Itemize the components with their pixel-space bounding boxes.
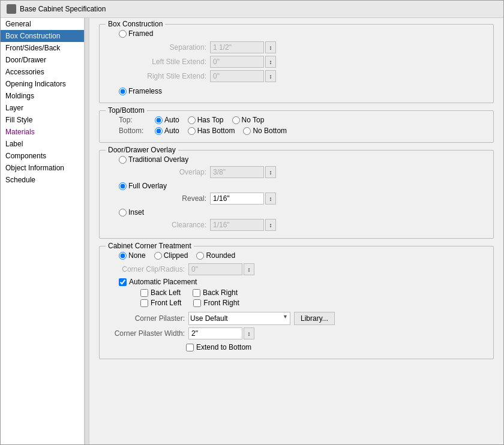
sidebar-item-accessories[interactable]: Accessories — [1, 66, 84, 78]
library-button[interactable]: Library... — [294, 312, 335, 325]
corner-pilaster-select[interactable]: Use Default None Custom — [188, 312, 290, 325]
sidebar-item-materials[interactable]: Materials — [1, 126, 84, 138]
corner-rounded-option[interactable]: Rounded — [196, 251, 235, 260]
corner-none-radio[interactable] — [119, 252, 127, 260]
full-overlay-option[interactable]: Full Overlay — [119, 182, 167, 190]
corner-clipped-label: Clipped — [164, 251, 188, 260]
left-stile-spinner[interactable]: ↕ — [265, 56, 276, 68]
back-left-checkbox[interactable] — [140, 289, 148, 297]
corner-clip-input-group: ↕ — [188, 263, 254, 275]
content-area: Box Construction Framed Separation: ↕ — [89, 18, 503, 444]
bottom-has-bottom-radio[interactable] — [188, 127, 196, 135]
right-stile-spinner[interactable]: ↕ — [265, 70, 276, 82]
overlap-input[interactable] — [210, 166, 264, 178]
left-stile-input[interactable] — [210, 56, 264, 68]
left-stile-label: Left Stile Extend: — [128, 58, 206, 66]
corner-pilaster-width-input[interactable] — [188, 327, 242, 339]
sidebar-item-layer[interactable]: Layer — [1, 102, 84, 114]
corner-none-option[interactable]: None — [119, 251, 146, 260]
top-auto-radio[interactable] — [155, 116, 163, 124]
top-no-top-option[interactable]: No Top — [232, 116, 265, 124]
bottom-no-bottom-radio[interactable] — [243, 127, 251, 135]
corner-clipped-option[interactable]: Clipped — [154, 251, 188, 260]
automatic-placement-checkbox[interactable] — [119, 278, 127, 286]
bottom-auto-radio[interactable] — [155, 127, 163, 135]
separation-input[interactable] — [210, 41, 264, 53]
clearance-spinner[interactable]: ↕ — [265, 219, 276, 231]
reveal-input[interactable] — [210, 193, 264, 205]
corner-pilaster-width-spinner[interactable]: ↕ — [244, 327, 254, 339]
front-right-checkbox[interactable] — [193, 299, 201, 307]
frameless-label: Frameless — [128, 87, 162, 95]
bottom-has-bottom-option[interactable]: Has Bottom — [188, 127, 235, 135]
resize-handle[interactable] — [85, 18, 89, 444]
bottom-auto-option[interactable]: Auto — [155, 127, 179, 135]
inset-label: Inset — [128, 208, 144, 217]
sidebar-item-label[interactable]: Label — [1, 138, 84, 150]
corner-clipped-radio[interactable] — [154, 252, 162, 260]
sidebar-item-opening-indicators[interactable]: Opening Indicators — [1, 78, 84, 90]
sidebar-item-components[interactable]: Components — [1, 150, 84, 162]
sidebar-item-moldings[interactable]: Moldings — [1, 90, 84, 102]
corner-type-row: None Clipped Rounded — [107, 251, 486, 260]
separation-spinner[interactable]: ↕ — [265, 41, 276, 53]
back-right-option[interactable]: Back Right — [193, 288, 238, 297]
sidebar-item-general[interactable]: General — [1, 18, 84, 30]
automatic-placement-label: Automatic Placement — [129, 278, 197, 286]
front-left-checkbox[interactable] — [140, 299, 148, 307]
traditional-overlay-option[interactable]: Traditional Overlay — [119, 155, 188, 164]
top-has-top-radio[interactable] — [188, 116, 196, 124]
corner-clip-input[interactable] — [188, 263, 242, 275]
title-bar: Base Cabinet Specification — [1, 1, 503, 18]
extend-to-bottom-checkbox[interactable] — [186, 344, 194, 351]
full-overlay-radio[interactable] — [119, 182, 127, 190]
right-stile-input[interactable] — [210, 70, 264, 82]
left-stile-input-group: ↕ — [210, 56, 276, 68]
top-no-top-radio[interactable] — [232, 116, 240, 124]
back-left-option[interactable]: Back Left — [140, 288, 181, 297]
sidebar-item-fill-style[interactable]: Fill Style — [1, 114, 84, 126]
corner-rounded-radio[interactable] — [196, 252, 204, 260]
top-has-top-option[interactable]: Has Top — [188, 116, 224, 124]
clearance-input[interactable] — [210, 219, 264, 231]
clearance-label: Clearance: — [128, 221, 206, 229]
corner-type-radio-group: None Clipped Rounded — [119, 251, 235, 260]
extend-to-bottom-row: Extend to Bottom — [186, 343, 486, 351]
bottom-no-bottom-option[interactable]: No Bottom — [243, 127, 287, 135]
corner-pilaster-width-label: Corner Pilaster Width: — [107, 329, 185, 338]
front-right-option[interactable]: Front Right — [193, 299, 239, 307]
frameless-option[interactable]: Frameless — [119, 87, 162, 95]
bottom-label: Bottom: — [119, 127, 155, 135]
reveal-spinner[interactable]: ↕ — [265, 193, 276, 205]
front-left-option[interactable]: Front Left — [140, 299, 181, 307]
back-left-label: Back Left — [151, 288, 181, 297]
framed-radio[interactable] — [119, 30, 127, 38]
corner-clip-spinner[interactable]: ↕ — [244, 263, 254, 275]
inset-radio[interactable] — [119, 209, 127, 217]
frameless-radio[interactable] — [119, 88, 127, 95]
extend-to-bottom-label: Extend to Bottom — [196, 343, 251, 351]
sidebar-item-schedule[interactable]: Schedule — [1, 174, 84, 186]
top-auto-label: Auto — [164, 116, 179, 124]
top-radio-group: Auto Has Top No Top — [155, 116, 264, 124]
top-bottom-label: Top/Bottom — [106, 106, 147, 115]
corner-pilaster-width-input-group: ↕ — [188, 327, 254, 339]
extend-to-bottom-option[interactable]: Extend to Bottom — [186, 343, 251, 351]
automatic-placement-option[interactable]: Automatic Placement — [119, 278, 197, 286]
framed-option[interactable]: Framed — [119, 29, 153, 38]
sidebar-item-front-sides-back[interactable]: Front/Sides/Back — [1, 42, 84, 54]
door-drawer-overlay-group: Door/Drawer Overlay Traditional Overlay … — [99, 150, 494, 239]
box-construction-label: Box Construction — [106, 20, 165, 28]
back-right-checkbox[interactable] — [193, 289, 200, 297]
clearance-row: Clearance: ↕ — [128, 219, 486, 231]
traditional-overlay-radio[interactable] — [119, 156, 127, 164]
sidebar-item-object-information[interactable]: Object Information — [1, 162, 84, 174]
door-drawer-overlay-label: Door/Drawer Overlay — [106, 146, 178, 154]
inset-option[interactable]: Inset — [119, 208, 144, 217]
overlap-spinner[interactable]: ↕ — [265, 166, 276, 178]
sidebar-item-door-drawer[interactable]: Door/Drawer — [1, 54, 84, 66]
frameless-row: Frameless — [107, 87, 486, 95]
sidebar-item-box-construction[interactable]: Box Construction — [1, 30, 84, 42]
top-auto-option[interactable]: Auto — [155, 116, 179, 124]
reveal-label: Reveal: — [128, 194, 206, 203]
